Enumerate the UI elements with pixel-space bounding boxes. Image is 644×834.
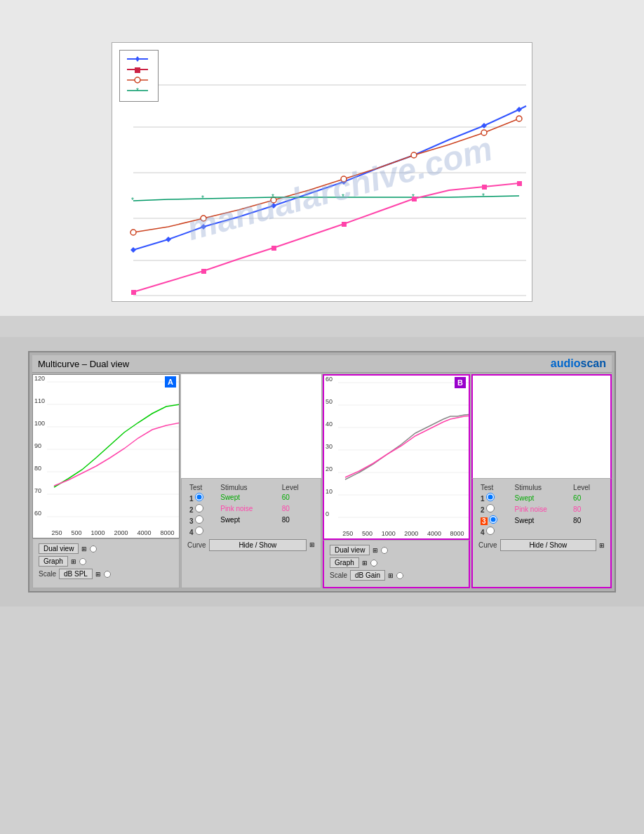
test4-radio-b[interactable] xyxy=(486,527,495,535)
table-row: 2 Pink noise 80 xyxy=(187,503,315,515)
panel-a-test-controls: Test Stimulus Level 1 Swept 60 xyxy=(181,478,321,589)
test1-stimulus-b: Swept xyxy=(513,492,572,503)
panel-b-test-chart-spacer xyxy=(471,374,612,478)
svg-rect-37 xyxy=(271,246,276,251)
panel-a-label: A xyxy=(165,376,176,388)
test3-stimulus-b: Swept xyxy=(513,515,572,526)
panel-a-curve-icon: ⊞ xyxy=(309,541,315,548)
panel-a-curve-row: Curve Hide / Show ⊞ xyxy=(187,539,315,551)
table-row: 3 Swept 80 xyxy=(187,515,315,526)
panel-a-graph-btn[interactable]: Graph xyxy=(39,556,68,567)
test1-stimulus-a: Swept xyxy=(218,492,280,503)
panel-a-hide-show-btn[interactable]: Hide / Show xyxy=(209,539,307,551)
svg-rect-35 xyxy=(131,290,136,295)
panel-b-scale-btn[interactable]: dB Gain xyxy=(350,570,385,581)
svg-rect-41 xyxy=(517,181,522,186)
panel-a-chart: A 120 110 100 90 80 70 60 xyxy=(32,374,180,538)
panel-b-curve-icon: ⊞ xyxy=(599,542,605,549)
test3-radio-b[interactable] xyxy=(489,515,497,524)
legend-item-4: * xyxy=(127,86,151,95)
panel-a-test-table: Test Stimulus Level 1 Swept 60 xyxy=(187,483,315,537)
table-row: 2 Pink noise 80 xyxy=(478,503,605,515)
svg-rect-36 xyxy=(201,269,206,274)
panel-b-wrapper: B 60 50 40 30 20 10 0 xyxy=(323,374,470,588)
panel-b-dual-view-btn[interactable]: Dual view xyxy=(330,545,370,555)
panel-a-scale-radio[interactable] xyxy=(104,571,111,578)
panel-a-scale-btn[interactable]: dB SPL xyxy=(59,569,93,579)
svg-marker-1 xyxy=(135,56,140,62)
legend-item-1 xyxy=(127,55,151,63)
panel-b-view-radio[interactable] xyxy=(381,547,388,554)
svg-rect-40 xyxy=(482,185,487,190)
svg-text:*: * xyxy=(482,192,485,200)
col-stimulus: Stimulus xyxy=(218,483,280,492)
dual-view-title: Multicurve – Dual view xyxy=(38,359,129,369)
table-row: 3 Swept 80 xyxy=(478,515,605,526)
panel-a-scale-row: Scale dB SPL ⊞ xyxy=(39,569,173,579)
svg-text:*: * xyxy=(271,193,274,201)
svg-point-28 xyxy=(516,116,522,121)
col-stimulus-b: Stimulus xyxy=(513,483,572,492)
panel-a-curve-label: Curve xyxy=(187,541,206,549)
top-chart-svg: * * * * * * xyxy=(112,43,532,302)
panel-b-test-controls: Test Stimulus Level 1 Swept 60 xyxy=(471,478,612,588)
svg-point-27 xyxy=(481,130,487,135)
panel-a-view-row: Dual view ⊞ xyxy=(39,543,173,554)
table-row: 1 Swept 60 xyxy=(478,492,605,503)
panel-b-scale-label: Scale xyxy=(330,571,347,579)
panel-b-controls: Dual view ⊞ Graph ⊞ Scale dB Gain ⊞ xyxy=(323,540,470,588)
svg-marker-21 xyxy=(516,107,522,112)
svg-point-5 xyxy=(135,77,140,83)
col-test: Test xyxy=(187,483,218,492)
panel-b-chart: B 60 50 40 30 20 10 0 xyxy=(323,374,470,540)
brand-scan: scan xyxy=(581,357,606,369)
panel-a-graph-radio[interactable] xyxy=(79,558,86,565)
test1-level-a: 60 xyxy=(280,492,315,503)
panel-a-svg xyxy=(47,375,179,529)
test1-radio-b[interactable] xyxy=(486,493,495,501)
dual-view-panel: Multicurve – Dual view audioscan A 120 1… xyxy=(28,351,616,593)
svg-text:*: * xyxy=(131,197,134,204)
test4-stimulus-a xyxy=(218,526,280,537)
test4-level-b xyxy=(571,526,605,537)
test2-radio-b[interactable] xyxy=(486,504,495,512)
legend-item-2 xyxy=(127,65,151,74)
panel-b-test-wrapper: Test Stimulus Level 1 Swept 60 xyxy=(471,374,612,588)
panel-b-y-axis: 60 50 40 30 20 10 0 xyxy=(326,376,333,517)
panel-a-controls: Dual view ⊞ Graph ⊞ Scale dB SPL ⊞ xyxy=(32,538,180,588)
svg-point-25 xyxy=(341,176,347,182)
test2-level-a: 80 xyxy=(280,503,315,515)
panel-a-scale-icon: ⊞ xyxy=(95,571,101,578)
test2-stimulus-a: Pink noise xyxy=(218,503,280,515)
panel-b-scale-radio[interactable] xyxy=(396,572,403,579)
test3-stimulus-a: Swept xyxy=(218,515,280,526)
panel-a-wrapper: A 120 110 100 90 80 70 60 xyxy=(32,374,180,588)
panel-b-scale-row: Scale dB Gain ⊞ xyxy=(330,570,463,581)
table-row: 4 xyxy=(187,526,315,537)
test1-level-b: 60 xyxy=(571,492,605,503)
svg-text:*: * xyxy=(136,87,139,95)
test4-radio-a[interactable] xyxy=(195,527,203,535)
svg-marker-17 xyxy=(271,203,276,208)
panel-a-dual-view-btn[interactable]: Dual view xyxy=(39,543,79,554)
svg-text:*: * xyxy=(201,194,204,202)
panel-b-graph-btn[interactable]: Graph xyxy=(330,557,359,568)
panel-b-graph-radio[interactable] xyxy=(370,560,377,567)
panel-a-test-chart-spacer xyxy=(181,374,321,478)
test1-radio-a[interactable] xyxy=(195,493,203,501)
panel-b-scale-icon: ⊞ xyxy=(388,572,394,579)
svg-text:*: * xyxy=(342,193,344,201)
test2-radio-a[interactable] xyxy=(195,504,203,512)
panel-a-view-icon: ⊞ xyxy=(81,545,87,552)
svg-marker-16 xyxy=(201,224,206,230)
title-bar: Multicurve – Dual view audioscan xyxy=(32,355,612,373)
svg-point-26 xyxy=(411,152,417,158)
brand: audioscan xyxy=(551,357,606,370)
panel-b-graph-row: Graph ⊞ xyxy=(330,557,463,568)
test3-radio-a[interactable] xyxy=(195,515,203,524)
svg-marker-20 xyxy=(481,123,487,128)
panel-b-hide-show-btn[interactable]: Hide / Show xyxy=(500,539,596,551)
panel-a-view-radio[interactable] xyxy=(90,545,97,552)
panel-b-label: B xyxy=(455,377,466,388)
test3-level-a: 80 xyxy=(280,515,315,526)
